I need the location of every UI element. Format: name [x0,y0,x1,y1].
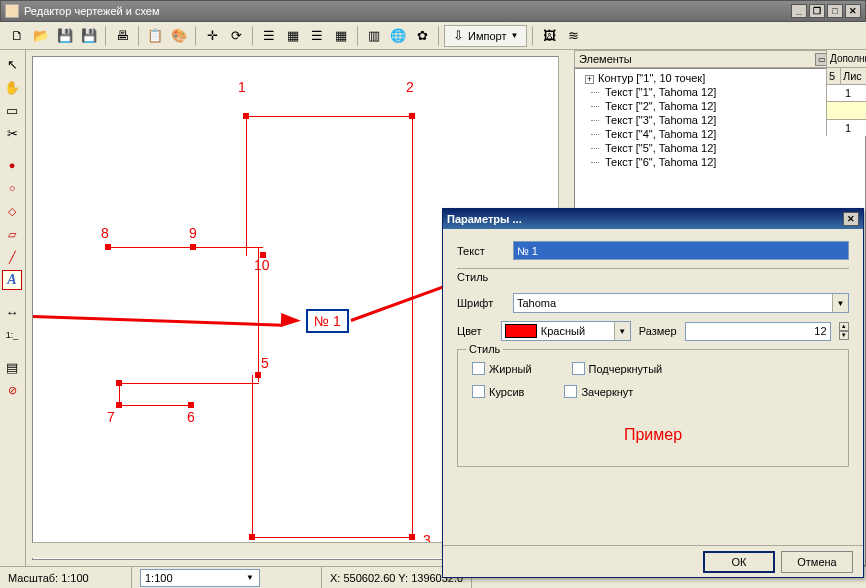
new-file-icon[interactable]: 🗋 [6,25,28,47]
dialog-footer: ОК Отмена [443,545,863,577]
import-label: Импорт [468,30,506,42]
chevron-down-icon: ▼ [832,294,848,312]
import-icon: ⇩ [453,28,464,43]
vertex-label-10: 10 [254,257,270,273]
list-icon[interactable]: ☰ [258,25,280,47]
vertex-label-9: 9 [189,225,197,241]
copy-icon[interactable]: 📋 [144,25,166,47]
tree-item-text[interactable]: Текст ["5", Tahoma 12] [577,141,863,155]
left-toolbar: ↖ ✋ ▭ ✂ ● ○ ◇ ▱ ╱ A ↔ 1:_ ▤ ⊘ [0,50,26,566]
save-icon[interactable]: 💾 [54,25,76,47]
settings-icon[interactable]: ✿ [411,25,433,47]
tree-item-text[interactable]: Текст ["3", Tahoma 12] [577,113,863,127]
tree-expand-icon[interactable]: + [585,75,594,84]
import-button[interactable]: ⇩ Импорт ▼ [444,25,527,47]
style-section-label: Стиль [457,268,849,283]
vertex-label-7: 7 [107,409,115,425]
layer-tool[interactable]: ▤ [2,357,22,377]
point-tool[interactable]: ● [2,155,22,175]
style-group-legend: Стиль [466,343,503,355]
axes-icon[interactable]: ✛ [201,25,223,47]
vertex-label-8: 8 [101,225,109,241]
size-step-up[interactable]: ▲ [839,322,849,331]
tree-item-text[interactable]: Текст ["2", Tahoma 12] [577,99,863,113]
annotation-tool[interactable]: 1:_ [2,325,22,345]
text-tool[interactable]: A [2,270,22,290]
chevron-down-icon: ▼ [614,322,630,340]
palette-icon[interactable]: 🎨 [168,25,190,47]
elements-panel-title: Элементы [579,53,815,65]
refresh-icon[interactable]: ⟳ [225,25,247,47]
globe-icon[interactable]: 🌐 [387,25,409,47]
delete-tool[interactable]: ⊘ [2,380,22,400]
ok-button[interactable]: ОК [703,551,775,573]
canvas-text-object[interactable]: № 1 [306,309,349,333]
close-button[interactable]: ✕ [845,4,861,18]
select-tool[interactable]: ▭ [2,100,22,120]
export-layers-icon[interactable]: ≋ [562,25,584,47]
print-icon[interactable]: 🖶 [111,25,133,47]
elements-panel-header: Элементы ▭ ⫠ ✕ [574,50,866,68]
save-all-icon[interactable]: 💾 [78,25,100,47]
size-label: Размер [639,325,677,337]
vertex-label-6: 6 [187,409,195,425]
app-icon [5,4,19,18]
polygon-tool[interactable]: ▱ [2,224,22,244]
underline-checkbox[interactable]: Подчеркнутый [572,362,663,375]
parameters-dialog: Параметры ... ✕ Текст Стиль Шрифт Tahoma… [442,208,864,578]
pan-tool[interactable]: ✋ [2,77,22,97]
vertex-label-5: 5 [261,355,269,371]
color-select[interactable]: Красный ▼ [501,321,631,341]
tree-item-contour[interactable]: +Контур ["1", 10 точек] [577,71,863,85]
scale-input[interactable] [140,569,260,587]
dimension-tool[interactable]: ↔ [2,302,22,322]
chevron-down-icon: ▼ [510,31,518,40]
color-swatch [505,324,537,338]
open-file-icon[interactable]: 📂 [30,25,52,47]
window-titlebar: Редактор чертежей и схем _ ❐ □ ✕ [0,0,866,22]
export-image-icon[interactable]: 🖼 [538,25,560,47]
dialog-title: Параметры ... [447,213,843,225]
minimize-button[interactable]: _ [791,4,807,18]
grid-icon[interactable]: ▦ [282,25,304,47]
circle-tool[interactable]: ○ [2,178,22,198]
pointer-tool[interactable]: ↖ [2,54,22,74]
size-step-down[interactable]: ▼ [839,331,849,340]
strike-checkbox[interactable]: Зачеркнут [564,385,633,398]
tree-item-text[interactable]: Текст ["4", Tahoma 12] [577,127,863,141]
restore-button[interactable]: ❐ [809,4,825,18]
main-toolbar: 🗋 📂 💾 💾 🖶 📋 🎨 ✛ ⟳ ☰ ▦ ☰ ▦ ▥ 🌐 ✿ ⇩ Импорт… [0,22,866,50]
tree-item-text[interactable]: Текст ["1", Tahoma 12] [577,85,863,99]
side-panel-fragment: Дополни 5 Лис 1 1 [826,50,866,136]
columns-icon[interactable]: ▥ [363,25,385,47]
line-tool[interactable]: ╱ [2,247,22,267]
font-select[interactable]: Tahoma ▼ [513,293,849,313]
objects-icon[interactable]: ▦ [330,25,352,47]
bold-checkbox[interactable]: Жирный [472,362,532,375]
side-tab-extra[interactable]: Дополни [827,50,866,68]
layers-icon[interactable]: ☰ [306,25,328,47]
cancel-button[interactable]: Отмена [781,551,853,573]
vertex-label-1: 1 [238,79,246,95]
preview-text: Пример [472,426,834,444]
polyline-tool[interactable]: ◇ [2,201,22,221]
status-scale-label: Масштаб: 1:100 [0,567,132,588]
maximize-button[interactable]: □ [827,4,843,18]
italic-checkbox[interactable]: Курсив [472,385,524,398]
font-label: Шрифт [457,297,505,309]
chevron-down-icon[interactable]: ▼ [246,573,254,582]
dialog-close-button[interactable]: ✕ [843,212,859,226]
vertex-label-2: 2 [406,79,414,95]
tree-item-text[interactable]: Текст ["6", Tahoma 12] [577,155,863,169]
text-field-label: Текст [457,245,505,257]
window-title: Редактор чертежей и схем [24,5,791,17]
crop-tool[interactable]: ✂ [2,123,22,143]
size-input[interactable] [685,322,831,341]
style-fieldset: Стиль Жирный Подчеркнутый Курсив Зачеркн… [457,349,849,467]
color-label: Цвет [457,325,493,337]
text-input[interactable] [513,241,849,260]
dialog-titlebar[interactable]: Параметры ... ✕ [443,209,863,229]
